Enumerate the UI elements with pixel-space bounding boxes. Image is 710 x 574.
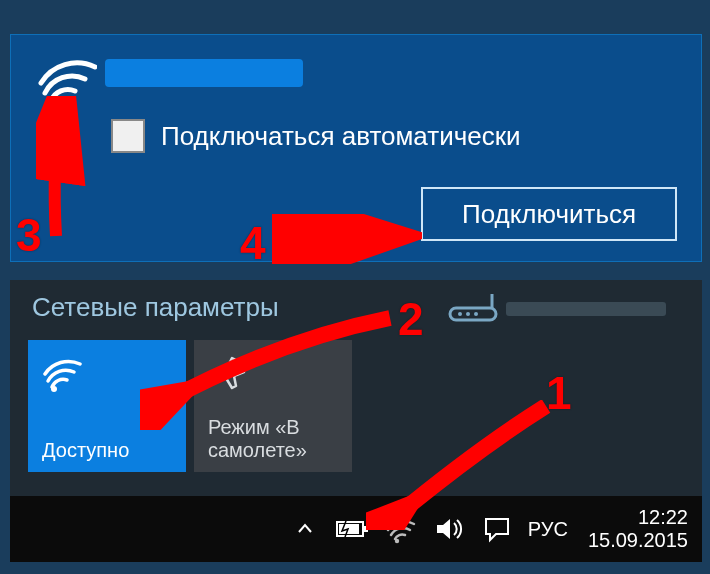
annotation-4: 4	[240, 216, 266, 270]
wifi-icon	[42, 352, 82, 392]
auto-connect-checkbox[interactable]	[111, 119, 145, 153]
connect-button[interactable]: Подключиться	[421, 187, 677, 241]
router-icon	[446, 294, 500, 322]
network-flyout-bottom: Сетевые параметры Доступно	[10, 280, 702, 496]
network-flyout-selected: Подключаться автоматически Подключиться	[10, 34, 702, 262]
svg-point-10	[395, 539, 399, 543]
airplane-mode-tile[interactable]: Режим «В самолете»	[194, 340, 352, 472]
action-center-icon[interactable]	[480, 512, 514, 546]
wifi-icon	[37, 49, 97, 109]
svg-rect-8	[364, 526, 368, 532]
show-hidden-icons[interactable]	[288, 512, 322, 546]
annotation-1: 1	[546, 366, 572, 420]
svg-point-4	[466, 312, 470, 316]
router-name-redacted	[506, 298, 686, 320]
clock-time: 12:22	[588, 506, 688, 529]
svg-rect-2	[450, 308, 496, 320]
language-indicator[interactable]: РУС	[528, 518, 568, 541]
annotation-3: 3	[16, 208, 42, 262]
clock-date: 15.09.2015	[588, 529, 688, 552]
connect-button-label: Подключиться	[462, 199, 636, 230]
auto-connect-label: Подключаться автоматически	[161, 121, 521, 152]
svg-point-6	[51, 386, 57, 392]
wifi-tile-label: Доступно	[42, 439, 176, 462]
svg-point-3	[458, 312, 462, 316]
network-settings-title[interactable]: Сетевые параметры	[32, 292, 279, 323]
volume-icon[interactable]	[432, 512, 466, 546]
battery-icon[interactable]	[336, 512, 370, 546]
annotation-2: 2	[398, 292, 424, 346]
airplane-tile-label: Режим «В самолете»	[208, 416, 342, 462]
auto-connect-row: Подключаться автоматически	[111, 119, 521, 153]
airplane-icon	[208, 352, 248, 392]
taskbar: * РУС 12:22 15.09.2015	[10, 496, 702, 562]
network-tray-icon[interactable]: *	[384, 512, 418, 546]
svg-point-5	[474, 312, 478, 316]
clock[interactable]: 12:22 15.09.2015	[582, 506, 688, 552]
network-name-redacted	[105, 59, 303, 87]
wifi-tile[interactable]: Доступно	[28, 340, 186, 472]
